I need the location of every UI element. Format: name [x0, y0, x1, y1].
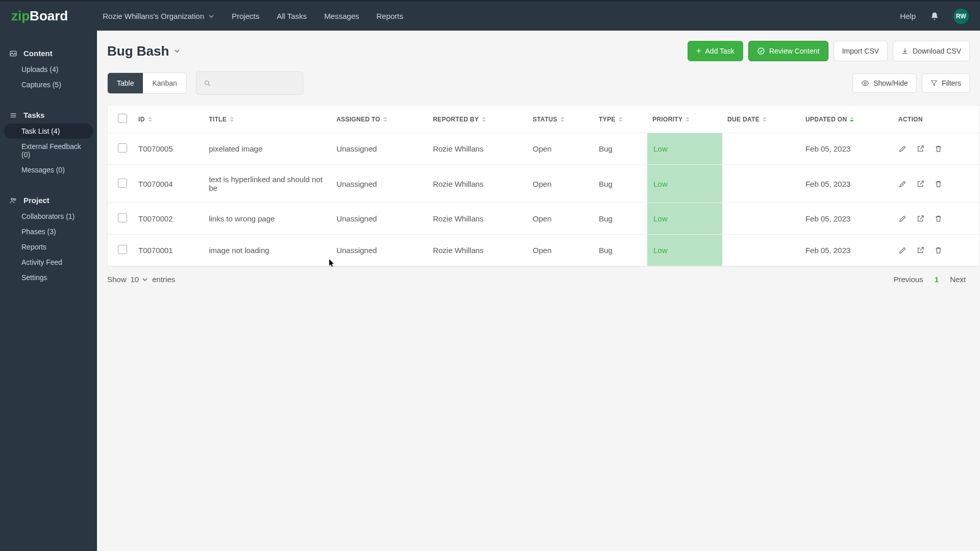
page-header: Bug Bash +Add Task Review Content Import… [107, 41, 980, 61]
nav-all-tasks[interactable]: All Tasks [277, 12, 307, 20]
table-row[interactable]: T0070002links to wrong pageUnassignedRoz… [108, 203, 979, 235]
row-checkbox[interactable] [118, 213, 127, 222]
sidebar-item-messages[interactable]: Messages (0) [0, 162, 97, 178]
col-reported[interactable]: REPORTED BY [428, 106, 528, 133]
image-icon [9, 49, 17, 58]
sidebar-item-phases[interactable]: Phases (3) [0, 224, 97, 239]
toolbar-right: Show/Hide Filters [852, 73, 970, 93]
import-csv-button[interactable]: Import CSV [834, 41, 888, 61]
sidebar-heading-tasks[interactable]: Tasks [0, 107, 97, 123]
cell-priority: Low [647, 165, 722, 203]
cell-title: text is hyperlinked and should not be [204, 165, 331, 203]
col-updated[interactable]: UPDATED ON [800, 106, 893, 133]
col-title[interactable]: TITLE [204, 106, 331, 133]
cell-reported: Rozie Whillans [428, 165, 528, 203]
open-icon[interactable] [916, 144, 925, 153]
add-task-button[interactable]: +Add Task [688, 41, 743, 61]
download-csv-button[interactable]: Download CSV [893, 41, 970, 61]
table-header-row: ID TITLE ASSIGNED TO REPORTED BY STATUS … [108, 106, 979, 133]
cell-type: Bug [594, 203, 647, 235]
filters-button[interactable]: Filters [922, 73, 970, 93]
open-icon[interactable] [916, 246, 925, 255]
nav-messages[interactable]: Messages [324, 12, 359, 20]
cell-due [722, 203, 800, 235]
svg-point-4 [11, 198, 13, 200]
view-tab-table[interactable]: Table [108, 73, 143, 93]
col-assigned[interactable]: ASSIGNED TO [331, 106, 428, 133]
page-size-select[interactable]: 10 [131, 275, 149, 284]
cell-type: Bug [594, 165, 647, 203]
sidebar-item-activity-feed[interactable]: Activity Feed [0, 255, 97, 270]
logo-board: Board [30, 8, 68, 24]
pager-controls: Previous 1 Next [893, 275, 966, 284]
main: Bug Bash +Add Task Review Content Import… [97, 31, 980, 551]
svg-point-7 [205, 81, 209, 85]
org-name: Rozie Whillans's Organization [103, 12, 204, 20]
row-checkbox[interactable] [118, 143, 127, 153]
col-id[interactable]: ID [133, 106, 204, 133]
review-content-button[interactable]: Review Content [748, 41, 828, 61]
table-row[interactable]: T0070004text is hyperlinked and should n… [108, 165, 979, 203]
page-1[interactable]: 1 [935, 275, 939, 284]
trash-icon[interactable] [934, 180, 943, 188]
sidebar-item-external-feedback[interactable]: External Feedback (0) [0, 139, 97, 162]
user-avatar[interactable]: RW [953, 9, 969, 24]
topnav: Rozie Whillans's Organization Projects A… [103, 12, 403, 20]
trash-icon[interactable] [934, 144, 943, 153]
svg-point-5 [14, 198, 16, 200]
trash-icon[interactable] [934, 246, 943, 255]
next-button[interactable]: Next [950, 275, 966, 284]
sidebar-item-uploads[interactable]: Uploads (4) [0, 62, 97, 77]
col-priority[interactable]: PRIORITY [647, 106, 722, 133]
col-status[interactable]: STATUS [528, 106, 594, 133]
cell-id: T0070001 [133, 235, 204, 266]
col-type[interactable]: TYPE [594, 106, 647, 133]
cell-actions [893, 203, 979, 235]
bell-icon[interactable] [930, 12, 939, 21]
sidebar-heading-project[interactable]: Project [0, 192, 97, 209]
cell-actions [893, 133, 979, 165]
help-link[interactable]: Help [900, 12, 916, 20]
row-checkbox[interactable] [118, 245, 127, 254]
sidebar-item-settings[interactable]: Settings [0, 270, 97, 285]
edit-icon[interactable] [898, 180, 907, 188]
sidebar-group-project: Project Collaborators (1) Phases (3) Rep… [0, 192, 97, 285]
edit-icon[interactable] [898, 214, 907, 223]
cell-assigned: Unassigned [331, 133, 428, 165]
org-dropdown[interactable]: Rozie Whillans's Organization [103, 12, 214, 20]
nav-reports[interactable]: Reports [377, 12, 404, 20]
cell-status: Open [528, 203, 594, 235]
trash-icon[interactable] [934, 214, 943, 223]
cell-assigned: Unassigned [331, 203, 428, 235]
row-checkbox[interactable] [118, 179, 127, 188]
table-row[interactable]: T0070001image not loadingUnassignedRozie… [108, 235, 979, 266]
cursor-icon [329, 259, 335, 267]
edit-icon[interactable] [898, 246, 907, 255]
open-icon[interactable] [916, 214, 925, 223]
search-icon [204, 80, 211, 87]
sidebar-item-reports[interactable]: Reports [0, 239, 97, 255]
topbar: zipBoard Rozie Whillans's Organization P… [0, 0, 980, 31]
plus-icon: + [696, 46, 701, 56]
logo[interactable]: zipBoard [11, 8, 68, 24]
cell-id: T0070004 [133, 165, 204, 203]
col-due[interactable]: DUE DATE [722, 106, 800, 133]
view-tab-kanban[interactable]: Kanban [143, 73, 186, 93]
select-all-checkbox[interactable] [118, 114, 127, 123]
table-row[interactable]: T0070005pixelated imageUnassignedRozie W… [108, 133, 979, 165]
project-title-dropdown[interactable]: Bug Bash [107, 43, 180, 59]
sidebar-heading-content[interactable]: Content [0, 45, 97, 62]
eye-icon [861, 79, 869, 87]
search-input[interactable] [196, 71, 303, 95]
edit-icon[interactable] [898, 144, 907, 153]
prev-button[interactable]: Previous [893, 275, 923, 284]
sidebar-item-collaborators[interactable]: Collaborators (1) [0, 209, 97, 224]
open-icon[interactable] [916, 180, 925, 188]
show-hide-button[interactable]: Show/Hide [852, 73, 917, 93]
sidebar-item-task-list[interactable]: Task List (4) [4, 123, 93, 139]
nav-projects[interactable]: Projects [232, 12, 259, 20]
sidebar-group-tasks: Tasks Task List (4) External Feedback (0… [0, 107, 97, 178]
sidebar-item-captures[interactable]: Captures (5) [0, 77, 97, 92]
cell-status: Open [528, 133, 594, 165]
page-title: Bug Bash [107, 43, 169, 59]
